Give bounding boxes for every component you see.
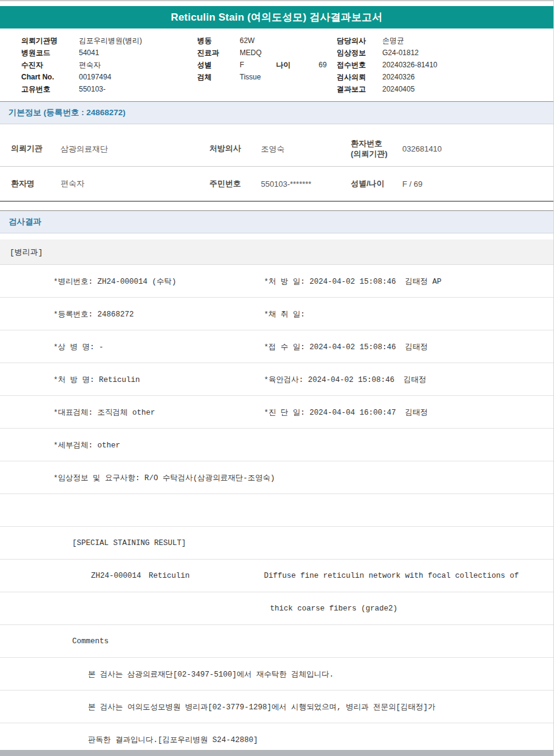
field-value: 00197494 — [79, 73, 111, 81]
result-row: *대표검체: 조직검체 other *진 단 일: 2024-04-04 16:… — [0, 396, 553, 429]
field-label: 검사의뢰 — [337, 72, 382, 82]
comment-row: 본 검사는 삼광의료재단[02-3497-5100]에서 재수탁한 검체입니다. — [0, 658, 553, 691]
field-value: F — [240, 61, 276, 69]
field-label: 병동 — [197, 36, 240, 46]
result-row: *병리번호: ZH24-000014 (수탁) *처 방 일: 2024-04-… — [0, 265, 553, 298]
comments-label: Comments — [72, 637, 109, 646]
cell-value-patient-name: 편숙자 — [61, 178, 209, 189]
result-left-text: *상 병 명: - — [53, 341, 104, 352]
cell-value-patient-no: 032681410 — [402, 144, 553, 153]
header-field-ward: 병동 62W — [197, 35, 336, 47]
field-value: 20240405 — [382, 85, 414, 93]
header-field-report-date: 결과보고 20240405 — [337, 83, 546, 95]
field-label: 성별 — [197, 60, 240, 70]
field-value: 손명균 — [382, 36, 404, 46]
header-field-doctor: 담당의사 손명균 — [337, 35, 546, 47]
result-right-text: *육안검사: 2024-04-02 15:08:46 김태정 — [264, 374, 427, 384]
result-right-text: *채 취 일: — [264, 309, 305, 319]
header-field-chart-no: Chart No. 00197494 — [21, 71, 194, 83]
header-field-accession-no: 접수번호 20240326-81410 — [337, 59, 546, 71]
report-title-bar: Reticulin Stain (여의도성모) 검사결과보고서 — [0, 6, 553, 28]
section-title-results: 검사결과 — [8, 216, 41, 227]
cell-label-resident-no: 주민번호 — [209, 179, 261, 189]
header-field-clinical-info: 임상정보 G24-01812 — [337, 47, 546, 59]
result-left-text: *병리번호: ZH24-000014 (수탁) — [53, 276, 177, 286]
header-field-requesting-org: 의뢰기관명 김포우리병원(병리) — [21, 35, 194, 47]
report-title: Reticulin Stain (여의도성모) 검사결과보고서 — [171, 10, 382, 24]
section-header-basic-info: 기본정보 (등록번호 : 24868272) — [0, 101, 553, 124]
comment-row: 본 검사는 여의도성모병원 병리과[02-3779-1298]에서 시행되었으며… — [0, 691, 553, 723]
field-label: 임상정보 — [337, 48, 382, 58]
comment-text: 판독한 결과입니다.[김포우리병원 S24-42880] — [88, 734, 258, 744]
field-value: 20240326 — [382, 73, 414, 81]
stain-name: Reticulin — [149, 572, 190, 580]
basic-info-table: 의뢰기관 삼광의료재단 처방의사 조영숙 환자번호 (의뢰기관) 0326814… — [0, 132, 553, 202]
result-row: *처 방 명: Reticulin *육안검사: 2024-04-02 15:0… — [0, 363, 553, 396]
special-staining-header: [SPECIAL STAINING RESULT] — [72, 539, 186, 547]
cell-value-resident-no: 550103-******* — [261, 179, 351, 189]
field-value: 550103- — [79, 85, 106, 93]
bottom-edge-bar — [0, 750, 553, 756]
field-value: G24-01812 — [382, 49, 419, 57]
field-value-age: 69 — [319, 61, 326, 69]
table-row: 의뢰기관 삼광의료재단 처방의사 조영숙 환자번호 (의뢰기관) 0326814… — [0, 132, 553, 166]
field-label-age: 나이 — [276, 60, 319, 70]
comment-text: 본 검사는 여의도성모병원 병리과[02-3779-1298]에서 시행되었으며… — [88, 701, 436, 712]
result-left-text: *세부검체: other — [53, 440, 120, 450]
field-value: 김포우리병원(병리) — [79, 36, 142, 46]
field-value: MEDQ — [240, 49, 262, 57]
header-field-department: 진료과 MEDQ — [197, 47, 336, 59]
field-label: 접수번호 — [337, 60, 382, 70]
header-column-middle: 병동 62W 진료과 MEDQ 성별 F 나이 69 검체 Tissue — [197, 35, 336, 83]
header-field-sex-age: 성별 F 나이 69 — [197, 59, 336, 71]
field-label: 검체 — [197, 72, 240, 82]
header-field-unique-no: 고유번호 550103- — [21, 83, 194, 95]
special-staining-result-continuation-row: thick coarse fibers (grade2) — [0, 592, 553, 625]
header-field-patient: 수진자 편숙자 — [21, 59, 194, 71]
department-row: [병리과] — [0, 239, 553, 265]
field-label: 진료과 — [197, 48, 240, 58]
field-label: 병원코드 — [21, 48, 79, 58]
field-label: 수진자 — [21, 60, 79, 70]
field-label: 고유번호 — [21, 84, 79, 95]
result-left-text: *처 방 명: Reticulin — [53, 374, 140, 384]
cell-label-requesting-org: 의뢰기관 — [11, 144, 61, 154]
header-info: 의뢰기관명 김포우리병원(병리) 병원코드 54041 수진자 편숙자 Char… — [0, 28, 553, 101]
comments-label-row: Comments — [0, 625, 553, 658]
stain-result-line1: Diffuse fine reticulin network with foca… — [264, 572, 519, 580]
cell-value-sex-age: F / 69 — [402, 179, 553, 189]
special-staining-header-row: [SPECIAL STAINING RESULT] — [0, 527, 553, 560]
special-staining-result-row: ZH24-000014 Reticulin Diffuse fine retic… — [0, 560, 553, 592]
result-row: *세부검체: other — [0, 429, 553, 461]
field-value: 편숙자 — [79, 60, 101, 70]
field-label: 결과보고 — [337, 84, 382, 95]
department-label: [병리과] — [10, 247, 43, 258]
cell-label-patient-no: 환자번호 (의뢰기관) — [351, 139, 402, 159]
report-page: Reticulin Stain (여의도성모) 검사결과보고서 의뢰기관명 김포… — [0, 0, 554, 756]
field-value: Tissue — [240, 73, 261, 81]
field-value: 62W — [240, 36, 255, 45]
table-row: 환자명 편숙자 주민번호 550103-******* 성별/나이 F / 69 — [0, 166, 553, 201]
header-column-right: 담당의사 손명균 임상정보 G24-01812 접수번호 20240326-81… — [337, 35, 546, 95]
result-left-text: *대표검체: 조직검체 other — [53, 407, 155, 417]
comment-text: 본 검사는 삼광의료재단[02-3497-5100]에서 재수탁한 검체입니다. — [88, 669, 334, 679]
field-label: 담당의사 — [337, 36, 382, 46]
section-header-results: 검사결과 — [0, 210, 553, 233]
stain-result-line2: thick coarse fibers (grade2) — [270, 604, 397, 613]
specimen-code: ZH24-000014 — [91, 572, 141, 580]
cell-value-requesting-org: 삼광의료재단 — [61, 144, 209, 155]
result-row-empty — [0, 494, 553, 527]
header-column-left: 의뢰기관명 김포우리병원(병리) 병원코드 54041 수진자 편숙자 Char… — [21, 35, 194, 95]
header-field-specimen: 검체 Tissue — [197, 71, 336, 83]
result-row: *임상정보 및 요구사항: R/O 수탁검사(삼광의료재단-조영숙) — [0, 461, 553, 494]
cell-value-prescribing-doctor: 조영숙 — [261, 144, 351, 155]
result-right-text: *접 수 일: 2024-04-02 15:08:46 김태정 — [264, 341, 428, 352]
field-label: 의뢰기관명 — [21, 36, 79, 46]
cell-label-prescribing-doctor: 처방의사 — [209, 144, 261, 154]
field-value: 54041 — [79, 49, 99, 57]
header-field-hospital-code: 병원코드 54041 — [21, 47, 194, 59]
section-title-basic-info: 기본정보 (등록번호 : 24868272) — [8, 107, 126, 118]
header-field-order-date: 검사의뢰 20240326 — [337, 71, 546, 83]
result-left-text: *등록번호: 24868272 — [53, 309, 134, 319]
result-row: *상 병 명: - *접 수 일: 2024-04-02 15:08:46 김태… — [0, 330, 553, 363]
